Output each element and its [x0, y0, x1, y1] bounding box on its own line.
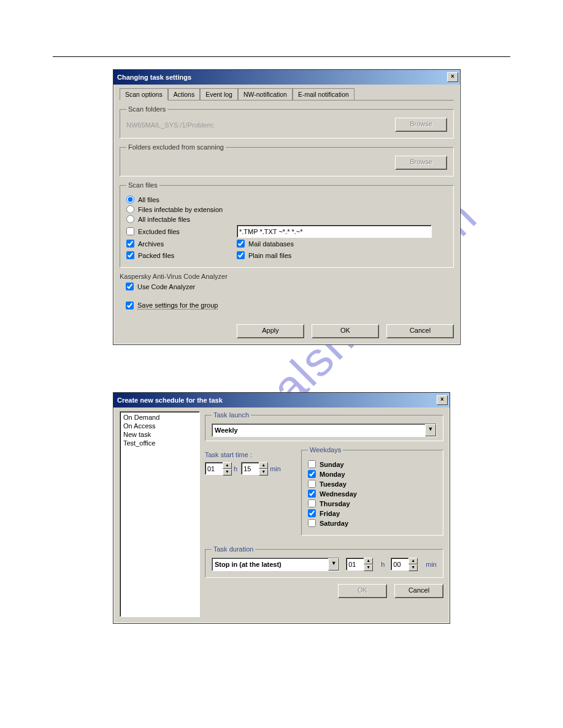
scan-files-legend: Scan files — [126, 181, 159, 189]
list-item[interactable]: On Demand — [121, 413, 198, 422]
mail-db-label: Mail databases — [248, 240, 294, 248]
thursday-check[interactable] — [308, 499, 316, 507]
tab-actions[interactable]: Actions — [168, 88, 200, 100]
scan-folders-legend: Scan folders — [126, 105, 167, 113]
scan-folders-path: NW65MAIL_SYS:/1/Problem; — [126, 121, 215, 129]
ok-button[interactable]: OK — [338, 584, 387, 598]
excluded-folders-group: Folders excluded from scanning Browse — [120, 143, 454, 176]
list-item[interactable]: On Access — [121, 422, 198, 430]
h-unit-label: h — [234, 465, 237, 472]
close-icon[interactable]: × — [437, 395, 448, 405]
tab-event-log[interactable]: Event log — [200, 88, 238, 100]
dialog-titlebar: Changing task settings × — [113, 70, 460, 85]
friday-check[interactable] — [308, 509, 316, 517]
spin-up-icon[interactable]: ▲ — [223, 462, 232, 469]
duration-hours-spinner[interactable]: ▲▼ — [346, 558, 373, 571]
m-unit-label: min — [270, 465, 281, 472]
excluded-files-check[interactable] — [126, 227, 134, 235]
all-infectable-label: All infectable files — [138, 216, 190, 223]
task-duration-group: Task duration Stop in (at the latest) ▼ … — [205, 545, 443, 578]
plain-mail-check[interactable] — [237, 251, 245, 259]
scan-folders-group: Scan folders NW65MAIL_SYS:/1/Problem; Br… — [120, 105, 454, 138]
browse-button[interactable]: Browse — [395, 118, 447, 132]
tab-scan-options[interactable]: Scan options — [120, 88, 168, 100]
task-launch-combo[interactable]: Weekly ▼ — [212, 423, 437, 437]
dur-m-unit: min — [426, 561, 437, 568]
task-listbox[interactable]: On Demand On Access New task Test_office — [120, 411, 200, 617]
saturday-check[interactable] — [308, 519, 316, 527]
spin-down-icon[interactable]: ▼ — [408, 564, 418, 571]
files-ext-label: Files infectable by extension — [138, 206, 223, 213]
close-icon[interactable]: × — [447, 72, 458, 82]
dur-h-unit: h — [381, 561, 385, 568]
use-code-analyzer-label: Use Code Analyzer — [137, 283, 195, 290]
tab-nw-notification[interactable]: NW-notification — [238, 88, 293, 100]
browse-button[interactable]: Browse — [395, 156, 447, 170]
list-item[interactable]: New task — [121, 430, 198, 439]
cancel-button[interactable]: Cancel — [386, 324, 454, 338]
all-infectable-radio[interactable] — [126, 215, 134, 223]
sunday-check[interactable] — [308, 460, 316, 468]
analyzer-title: Kaspersky Anti-Virus Code Analyzer — [120, 273, 454, 280]
dialog-title: Changing task settings — [117, 74, 191, 81]
files-ext-radio[interactable] — [126, 205, 134, 213]
all-files-label: All files — [138, 196, 159, 203]
tuesday-label: Tuesday — [320, 480, 347, 488]
use-code-analyzer-check[interactable] — [126, 282, 134, 290]
tab-email-notification[interactable]: E-mail notification — [293, 88, 354, 100]
sunday-label: Sunday — [320, 461, 344, 468]
wednesday-label: Wednesday — [320, 490, 357, 498]
ok-button[interactable]: OK — [312, 324, 379, 338]
stop-in-value: Stop in (at the latest) — [215, 561, 282, 568]
save-settings-check[interactable] — [126, 301, 134, 309]
saturday-label: Saturday — [320, 520, 348, 527]
weekdays-legend: Weekdays — [308, 446, 343, 453]
monday-label: Monday — [320, 471, 345, 478]
task-launch-value: Weekly — [215, 427, 238, 434]
archives-check[interactable] — [126, 240, 134, 248]
task-launch-group: Task launch Weekly ▼ — [205, 411, 443, 441]
list-item[interactable]: Test_office — [121, 439, 198, 447]
dialog-title: Create new schedule for the task — [117, 396, 223, 404]
duration-hours-input[interactable] — [346, 558, 364, 571]
horizontal-rule — [53, 56, 510, 57]
duration-minutes-input[interactable] — [391, 558, 409, 571]
minutes-spinner[interactable]: ▲▼ — [241, 462, 268, 476]
hours-spinner[interactable]: ▲▼ — [205, 462, 232, 476]
save-settings-label: Save settings for the group — [137, 301, 218, 309]
tuesday-check[interactable] — [308, 480, 316, 488]
all-files-radio[interactable] — [126, 195, 134, 203]
friday-label: Friday — [320, 510, 340, 517]
weekdays-group: Weekdays Sunday Monday Tuesday Wednesday… — [301, 446, 443, 536]
spin-up-icon[interactable]: ▲ — [408, 558, 418, 564]
plain-mail-label: Plain mail files — [248, 252, 291, 259]
scan-files-group: Scan files All files Files infectable by… — [120, 181, 454, 268]
apply-button[interactable]: Apply — [237, 324, 304, 338]
spin-down-icon[interactable]: ▼ — [259, 469, 268, 476]
duration-minutes-spinner[interactable]: ▲▼ — [391, 558, 418, 571]
chevron-down-icon: ▼ — [328, 558, 339, 571]
mail-db-check[interactable] — [237, 240, 245, 248]
excluded-files-label: Excluded files — [138, 228, 180, 235]
excluded-pattern-input[interactable] — [237, 225, 432, 238]
monday-check[interactable] — [308, 470, 316, 478]
packed-files-label: Packed files — [138, 252, 174, 259]
cancel-button[interactable]: Cancel — [394, 584, 443, 598]
minutes-input[interactable] — [241, 462, 259, 475]
excluded-folders-legend: Folders excluded from scanning — [126, 143, 226, 151]
task-launch-legend: Task launch — [212, 411, 251, 419]
packed-files-check[interactable] — [126, 251, 134, 259]
wednesday-check[interactable] — [308, 490, 316, 498]
thursday-label: Thursday — [320, 500, 350, 507]
task-duration-legend: Task duration — [212, 545, 255, 553]
spin-up-icon[interactable]: ▲ — [259, 462, 268, 469]
tabs: Scan options Actions Event log NW-notifi… — [120, 88, 454, 100]
stop-in-combo[interactable]: Stop in (at the latest) ▼ — [212, 558, 340, 571]
chevron-down-icon: ▼ — [425, 424, 436, 436]
start-time-label: Task start time : — [205, 451, 294, 458]
spin-down-icon[interactable]: ▼ — [223, 469, 232, 476]
dialog-titlebar: Create new schedule for the task × — [113, 393, 450, 408]
spin-up-icon[interactable]: ▲ — [364, 558, 373, 564]
hours-input[interactable] — [205, 462, 223, 475]
spin-down-icon[interactable]: ▼ — [364, 564, 373, 571]
